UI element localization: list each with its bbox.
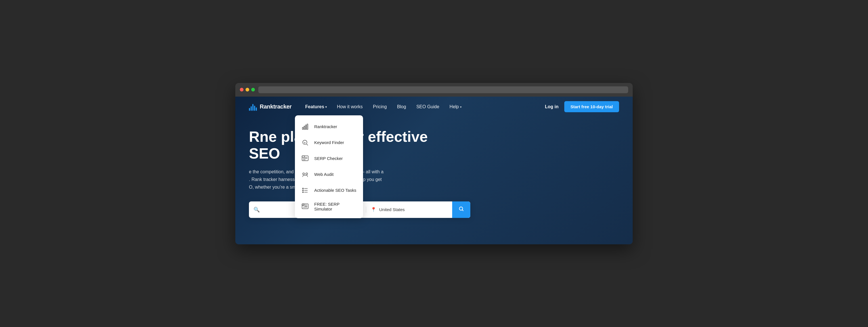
svg-line-5: [307, 144, 308, 145]
minimize-button[interactable]: [246, 88, 249, 91]
search-button-icon: [458, 206, 464, 213]
nav-item-help[interactable]: Help ▾: [450, 104, 462, 109]
svg-point-17: [303, 188, 304, 189]
nav-item-how-it-works[interactable]: How it works: [337, 104, 363, 109]
logo-text: Ranktracker: [260, 103, 291, 110]
svg-rect-2: [305, 125, 306, 129]
seo-tasks-icon: [301, 186, 310, 195]
dropdown-item-web-audit[interactable]: Web Audit: [295, 167, 363, 182]
svg-line-27: [462, 210, 464, 211]
logo-bar-1: [249, 108, 250, 111]
svg-rect-0: [302, 127, 303, 129]
logo-bar-4: [254, 106, 255, 111]
logo-bar-5: [256, 108, 257, 111]
nav-right: Log in Start free 10-day trial: [545, 101, 619, 112]
logo-bar-2: [251, 106, 252, 111]
help-caret-icon: ▾: [460, 106, 462, 109]
search-submit-button[interactable]: [452, 202, 470, 218]
location-text: United States: [379, 207, 405, 212]
web-audit-icon: [301, 170, 310, 179]
svg-text:w: w: [304, 141, 306, 144]
nav-item-features[interactable]: Features ▾: [305, 104, 327, 109]
svg-rect-1: [304, 126, 305, 129]
nav-item-pricing[interactable]: Pricing: [373, 104, 387, 109]
logo-bar-3: [252, 104, 253, 111]
dropdown-label-serp-simulator: FREE: SERP Simulator: [314, 202, 358, 211]
features-dropdown: Ranktracker w Keyword Finder: [295, 115, 363, 218]
login-button[interactable]: Log in: [545, 104, 559, 109]
page-content: Ranktracker Features ▾ How it works Pric…: [235, 97, 633, 244]
dropdown-item-keyword-finder[interactable]: w Keyword Finder: [295, 135, 363, 151]
nav-links: Features ▾ How it works Pricing Blog SEO…: [305, 104, 545, 109]
dropdown-label-serp-checker: SERP Checker: [314, 156, 343, 161]
location-pin-icon: 📍: [371, 207, 376, 212]
nav-item-blog[interactable]: Blog: [397, 104, 406, 109]
dropdown-item-ranktracker[interactable]: Ranktracker: [295, 119, 363, 135]
dropdown-label-keyword-finder: Keyword Finder: [314, 140, 344, 145]
serp-simulator-icon: FREE: [301, 202, 310, 211]
dropdown-label-web-audit: Web Audit: [314, 172, 334, 177]
keyword-finder-icon: w: [301, 138, 310, 147]
dropdown-label-seo-tasks: Actionable SEO Tasks: [314, 188, 356, 192]
fullscreen-button[interactable]: [251, 88, 255, 91]
svg-rect-11: [302, 156, 305, 157]
close-button[interactable]: [240, 88, 244, 91]
logo-icon: [249, 103, 257, 111]
hero-title-prefix: R: [249, 128, 260, 145]
nav-item-seo-guide[interactable]: SEO Guide: [416, 104, 439, 109]
svg-point-19: [303, 191, 304, 192]
traffic-lights: [240, 88, 255, 91]
logo[interactable]: Ranktracker: [249, 103, 291, 111]
dropdown-item-serp-checker[interactable]: SERP Checker: [295, 151, 363, 167]
navbar: Ranktracker Features ▾ How it works Pric…: [235, 97, 633, 117]
svg-point-26: [459, 207, 463, 210]
search-left-icon: 🔍: [253, 207, 260, 213]
trial-button[interactable]: Start free 10-day trial: [564, 101, 619, 112]
svg-point-13: [306, 173, 308, 175]
svg-point-18: [303, 190, 304, 190]
dropdown-item-seo-tasks[interactable]: Actionable SEO Tasks: [295, 182, 363, 198]
features-caret-icon: ▾: [325, 106, 327, 109]
ranktracker-icon: [301, 122, 310, 131]
browser-window: Ranktracker Features ▾ How it works Pric…: [235, 83, 633, 244]
address-bar[interactable]: [258, 86, 628, 93]
browser-chrome: [235, 83, 633, 97]
dropdown-item-serp-simulator[interactable]: FREE FREE: SERP Simulator: [295, 198, 363, 215]
svg-point-12: [303, 173, 305, 175]
location-wrapper[interactable]: 📍 United States: [366, 207, 452, 212]
serp-checker-icon: [301, 154, 310, 163]
svg-rect-3: [307, 124, 308, 129]
dropdown-label-ranktracker: Ranktracker: [314, 124, 337, 129]
